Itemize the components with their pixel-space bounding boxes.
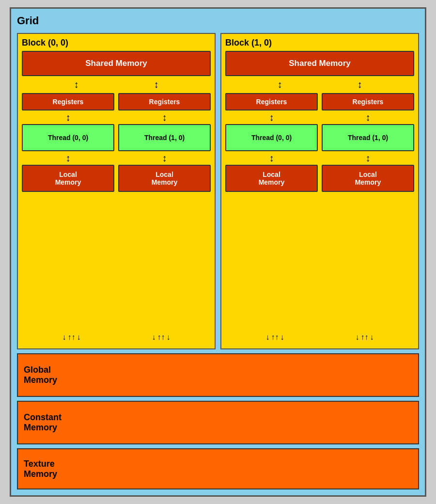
arrow-shared-thread-1-0: ↕ — [278, 79, 282, 90]
thread-column-0-0-1: Registers ↕ Thread (1, 0) ↕ LocalMemory — [118, 93, 211, 327]
registers-1-0-0: Registers — [225, 93, 318, 110]
local-memory-0-0-0: LocalMemory — [22, 165, 114, 192]
registers-0-0-0: Registers — [22, 93, 114, 110]
arrow-thread-local-1-0: ↕ — [269, 153, 274, 163]
arrow-local-global-1-0: ↓↑↑↓ — [266, 330, 284, 345]
thread-box-1-0-1: Thread (1, 0) — [322, 124, 414, 151]
arrow-shared-thread-1-1: ↕ — [358, 79, 362, 90]
block-0-0: Block (0, 0) Shared Memory ↕ ↕ Registers… — [17, 33, 216, 349]
thread-box-1-0-0: Thread (0, 0) — [225, 124, 318, 151]
arrow-local-global-0-0: ↓↑↑↓ — [62, 330, 81, 345]
arrow-shared-thread-0: ↕ — [74, 79, 79, 90]
thread-column-0-0-0: Registers ↕ Thread (0, 0) ↕ LocalMemory — [22, 93, 114, 327]
arrow-thread-local-1-1: ↕ — [366, 153, 371, 163]
global-memory-label: GlobalMemory — [24, 365, 57, 385]
thread-column-1-0-0: Registers ↕ Thread (0, 0) ↕ LocalMemory — [225, 93, 318, 327]
thread-box-0-0-0: Thread (0, 0) — [22, 124, 114, 151]
arrow-reg-thread-0-0: ↕ — [66, 112, 71, 122]
arrow-reg-thread-1-1: ↕ — [366, 112, 371, 122]
arrow-shared-thread-1: ↕ — [154, 79, 159, 90]
blocks-row: Block (0, 0) Shared Memory ↕ ↕ Registers… — [17, 33, 419, 349]
arrow-thread-local-0-0: ↕ — [66, 153, 71, 163]
constant-memory-section: ConstantMemory — [17, 401, 419, 444]
registers-1-0-1: Registers — [322, 93, 414, 110]
arrow-reg-thread-0-1: ↕ — [162, 112, 167, 122]
block-1-0: Block (1, 0) Shared Memory ↕ ↕ Registers… — [220, 33, 419, 349]
registers-0-0-1: Registers — [118, 93, 211, 110]
arrow-local-global-1-1: ↓↑↑↓ — [356, 330, 374, 345]
shared-memory-0-0: Shared Memory — [22, 51, 211, 76]
constant-memory-label: ConstantMemory — [24, 412, 62, 433]
thread-column-1-0-1: Registers ↕ Thread (1, 0) ↕ LocalMemory — [322, 93, 414, 327]
shared-memory-1-0: Shared Memory — [225, 51, 414, 76]
block-1-0-label: Block (1, 0) — [225, 38, 414, 48]
local-memory-1-0-1: LocalMemory — [322, 165, 414, 192]
arrow-reg-thread-1-0: ↕ — [269, 112, 274, 122]
global-memory-section: GlobalMemory — [17, 353, 419, 397]
texture-memory-section: TextureMemory — [17, 448, 419, 489]
arrow-thread-local-0-1: ↕ — [162, 153, 167, 163]
thread-box-0-0-1: Thread (1, 0) — [118, 124, 211, 151]
block-0-0-label: Block (0, 0) — [22, 38, 211, 48]
arrow-local-global-0-1: ↓↑↑↓ — [152, 330, 171, 345]
local-memory-0-0-1: LocalMemory — [118, 165, 211, 192]
grid-container: Grid Block (0, 0) Shared Memory ↕ ↕ Regi… — [10, 7, 426, 497]
threads-area-1-0: Registers ↕ Thread (0, 0) ↕ LocalMemory … — [225, 93, 414, 327]
threads-area-0-0: Registers ↕ Thread (0, 0) ↕ LocalMemory … — [22, 93, 211, 327]
grid-label: Grid — [17, 15, 419, 27]
local-memory-1-0-0: LocalMemory — [225, 165, 318, 192]
texture-memory-label: TextureMemory — [24, 459, 57, 479]
